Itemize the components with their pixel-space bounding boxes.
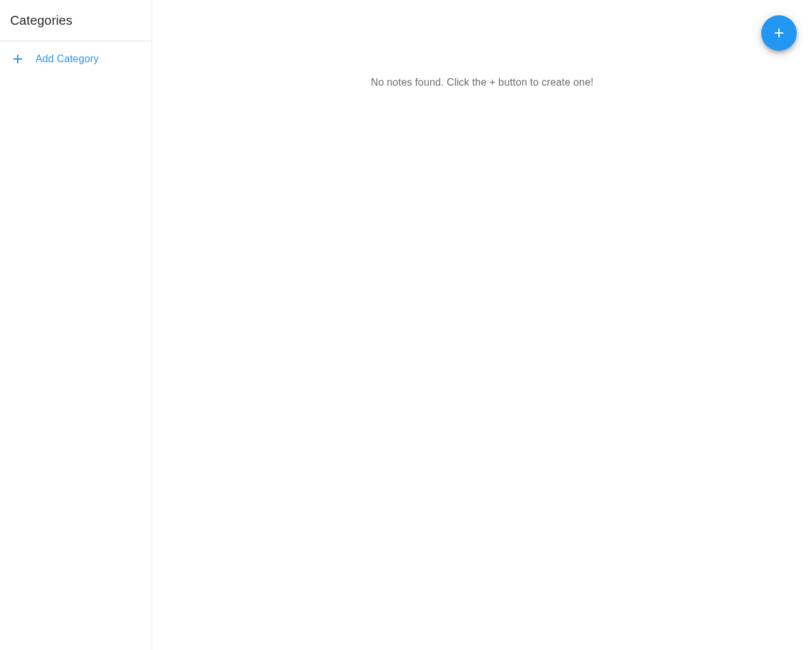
plus-icon <box>771 25 787 41</box>
sidebar-header: Categories <box>0 0 152 41</box>
add-category-label: Add Category <box>36 51 99 67</box>
create-note-fab[interactable] <box>761 15 797 51</box>
sidebar: Categories Add Category <box>0 0 152 650</box>
sidebar-title: Categories <box>10 13 141 28</box>
sidebar-list: Add Category <box>0 41 152 650</box>
add-category-button[interactable]: Add Category <box>0 46 152 72</box>
app-root: Categories Add Category No notes found. … <box>0 0 812 650</box>
empty-state-message: No notes found. Click the + button to cr… <box>167 75 797 90</box>
plus-icon <box>10 51 36 67</box>
main-content: No notes found. Click the + button to cr… <box>152 0 812 650</box>
